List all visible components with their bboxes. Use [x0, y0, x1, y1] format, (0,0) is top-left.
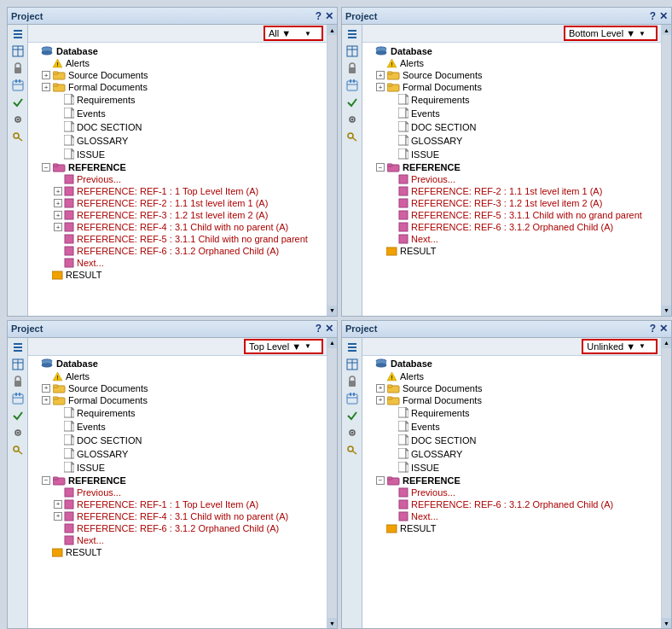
list-icon[interactable]	[345, 26, 360, 42]
tree-item[interactable]: −REFERENCE	[30, 161, 325, 173]
tree-item[interactable]: Previous...	[364, 486, 659, 498]
scroll-thumb[interactable]	[327, 35, 337, 306]
check-icon[interactable]	[10, 95, 26, 110]
expand-button[interactable]: +	[376, 83, 385, 91]
scroll-up-button[interactable]: ▲	[327, 25, 337, 35]
collapse-button[interactable]: −	[376, 163, 385, 172]
tree-item[interactable]: Requirements	[364, 406, 659, 420]
tree-item[interactable]: RESULT	[30, 269, 325, 281]
help-button[interactable]: ?	[650, 323, 656, 335]
scroll-down-button[interactable]: ▼	[327, 306, 337, 316]
tree-item[interactable]: DOC SECTION	[30, 434, 325, 447]
tree-item[interactable]: DOC SECTION	[364, 434, 659, 447]
tree-item[interactable]: +REFERENCE: REF-1 : 1 Top Level Item (A)	[30, 498, 325, 510]
tree-item[interactable]: Events	[364, 107, 659, 120]
collapse-button[interactable]: −	[376, 476, 385, 485]
tree-item[interactable]: Database	[30, 358, 325, 370]
help-button[interactable]: ?	[650, 10, 656, 22]
calendar-icon[interactable]	[10, 78, 26, 93]
filter-dropdown[interactable]: Top Level ▼	[244, 339, 323, 354]
tree-item[interactable]: −REFERENCE	[364, 475, 659, 486]
scrollbar[interactable]: ▲▼	[327, 338, 337, 629]
table-icon[interactable]	[10, 44, 26, 59]
close-button[interactable]: ✕	[659, 323, 668, 335]
tree-item[interactable]: +REFERENCE: REF-2 : 1.1 1st level item 1…	[30, 197, 325, 209]
list-icon[interactable]	[10, 340, 26, 355]
tree-item[interactable]: REFERENCE: REF-3 : 1.2 1st level item 2 …	[364, 197, 659, 209]
tree-item[interactable]: +REFERENCE: REF-3 : 1.2 1st level item 2…	[30, 209, 325, 221]
tree-item[interactable]: GLOSSARY	[364, 447, 659, 461]
tree-item[interactable]: Database	[364, 358, 659, 370]
tree-item[interactable]: Events	[364, 420, 659, 434]
calendar-icon[interactable]	[345, 391, 360, 406]
gear-icon[interactable]	[345, 425, 360, 440]
scroll-down-button[interactable]: ▼	[662, 618, 671, 628]
tree-item[interactable]: REFERENCE: REF-5 : 3.1.1 Child with no g…	[364, 209, 659, 221]
tree-item[interactable]: Next...	[30, 257, 325, 269]
tree-item[interactable]: REFERENCE: REF-6 : 3.1.2 Orphaned Child …	[364, 221, 659, 233]
check-icon[interactable]	[345, 95, 360, 110]
key-icon[interactable]	[10, 442, 26, 457]
expand-button[interactable]: +	[54, 187, 62, 195]
scroll-thumb[interactable]	[327, 348, 337, 619]
scrollbar[interactable]: ▲▼	[661, 338, 671, 629]
close-button[interactable]: ✕	[325, 10, 333, 22]
gear-icon[interactable]	[10, 425, 26, 440]
tree-item[interactable]: +Formal Documents	[30, 81, 325, 93]
tree-item[interactable]: !Alerts	[364, 370, 659, 382]
help-button[interactable]: ?	[316, 10, 322, 22]
gear-icon[interactable]	[345, 112, 360, 127]
scroll-thumb[interactable]	[662, 348, 671, 619]
help-button[interactable]: ?	[316, 323, 322, 335]
tree-item[interactable]: REFERENCE: REF-6 : 3.1.2 Orphaned Child …	[30, 522, 325, 534]
key-icon[interactable]	[10, 129, 26, 144]
tree-item[interactable]: REFERENCE: REF-5 : 3.1.1 Child with no g…	[30, 233, 325, 245]
tree-item[interactable]: +Formal Documents	[30, 394, 325, 406]
tree-item[interactable]: Database	[30, 44, 325, 57]
scroll-up-button[interactable]: ▲	[662, 25, 671, 35]
gear-icon[interactable]	[10, 112, 26, 127]
tree-item[interactable]: !Alerts	[364, 57, 659, 69]
tree-item[interactable]: Requirements	[30, 406, 325, 420]
tree-item[interactable]: Previous...	[30, 486, 325, 498]
scroll-thumb[interactable]	[662, 35, 671, 306]
check-icon[interactable]	[10, 408, 26, 423]
tree-item[interactable]: −REFERENCE	[364, 161, 659, 173]
tree-item[interactable]: +REFERENCE: REF-4 : 3.1 Child with no pa…	[30, 510, 325, 522]
tree-item[interactable]: Database	[364, 44, 659, 57]
tree-item[interactable]: DOC SECTION	[30, 120, 325, 134]
tree-item[interactable]: Next...	[364, 233, 659, 245]
scrollbar[interactable]: ▲▼	[661, 25, 671, 316]
expand-button[interactable]: +	[42, 83, 50, 91]
expand-button[interactable]: +	[376, 71, 385, 79]
tree-item[interactable]: Requirements	[364, 93, 659, 107]
lock-icon[interactable]	[345, 374, 360, 389]
tree-item[interactable]: Previous...	[30, 173, 325, 185]
tree-item[interactable]: ISSUE	[364, 148, 659, 161]
collapse-button[interactable]: −	[42, 476, 50, 485]
expand-button[interactable]: +	[54, 211, 62, 219]
tree-item[interactable]: −REFERENCE	[30, 475, 325, 486]
tree-item[interactable]: GLOSSARY	[364, 134, 659, 148]
tree-item[interactable]: Next...	[364, 510, 659, 522]
tree-item[interactable]: GLOSSARY	[30, 134, 325, 148]
expand-button[interactable]: +	[376, 384, 385, 393]
expand-button[interactable]: +	[42, 384, 50, 393]
tree-item[interactable]: Events	[30, 107, 325, 120]
tree-item[interactable]: REFERENCE: REF-6 : 3.1.2 Orphaned Child …	[30, 245, 325, 257]
scroll-up-button[interactable]: ▲	[662, 338, 671, 348]
tree-item[interactable]: ISSUE	[364, 461, 659, 475]
tree-item[interactable]: !Alerts	[30, 370, 325, 382]
close-button[interactable]: ✕	[659, 10, 668, 22]
expand-button[interactable]: +	[54, 512, 62, 521]
tree-item[interactable]: +Formal Documents	[364, 394, 659, 406]
scroll-up-button[interactable]: ▲	[327, 338, 337, 348]
tree-item[interactable]: +REFERENCE: REF-4 : 3.1 Child with no pa…	[30, 221, 325, 233]
scrollbar[interactable]: ▲▼	[327, 25, 337, 316]
lock-icon[interactable]	[345, 61, 360, 76]
tree-item[interactable]: Events	[30, 420, 325, 434]
lock-icon[interactable]	[10, 61, 26, 76]
tree-item[interactable]: DOC SECTION	[364, 120, 659, 134]
tree-item[interactable]: GLOSSARY	[30, 447, 325, 461]
calendar-icon[interactable]	[345, 78, 360, 93]
